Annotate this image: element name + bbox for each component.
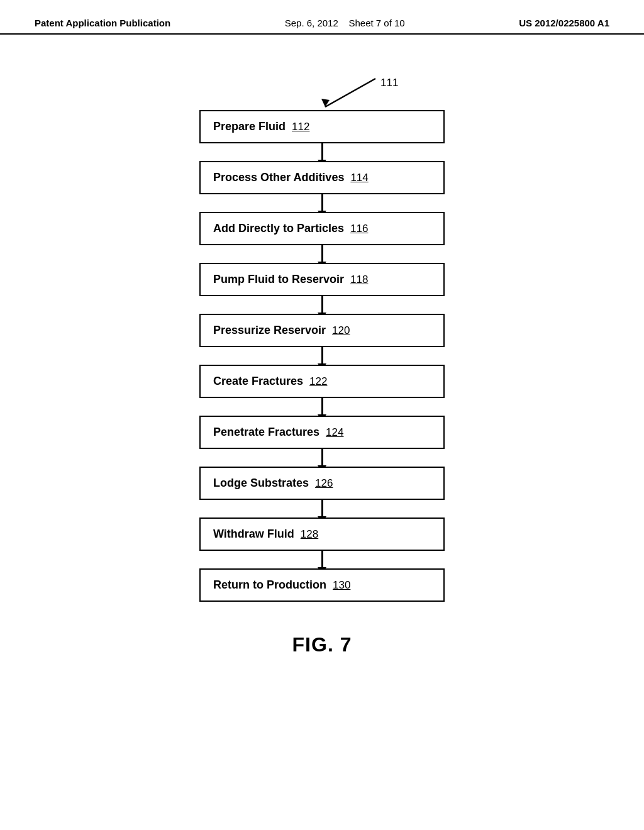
step-122-number: 122 [309,375,327,388]
header-sheet: Sheet 7 of 10 [348,18,404,28]
arrow-1 [321,194,323,212]
arrow-5 [321,398,323,416]
step-112-number: 112 [292,121,309,133]
header-right-text: US 2012/0225800 A1 [519,18,609,28]
step-120: Pressurize Reservoir120 [199,314,445,347]
arrow-7 [321,500,323,517]
header-left-text: Patent Application Publication [35,18,170,28]
svg-line-0 [325,79,375,107]
step-120-label: Pressurize Reservoir [213,324,326,337]
step-116-label: Add Directly to Particles [213,222,344,235]
step-116-number: 116 [350,223,368,235]
step-116: Add Directly to Particles116 [199,212,445,245]
step-124: Penetrate Fractures124 [199,416,445,449]
step-128: Withdraw Fluid128 [199,517,445,551]
entry-ref-label: 111 [380,77,398,89]
step-112-label: Prepare Fluid [213,120,286,133]
step-118-label: Pump Fluid to Reservoir [213,273,344,286]
step-130-label: Return to Production [213,578,326,592]
flow-steps-container: Prepare Fluid112Process Other Additives1… [196,110,448,602]
arrow-3 [321,296,323,314]
arrow-2 [321,245,323,263]
step-118-number: 118 [350,274,368,286]
step-118: Pump Fluid to Reservoir118 [199,263,445,296]
arrow-6 [321,449,323,467]
header-date: Sep. 6, 2012 [285,18,338,28]
page-header: Patent Application Publication Sep. 6, 2… [0,0,644,35]
step-112: Prepare Fluid112 [199,110,445,143]
header-center-text: Sep. 6, 2012 Sheet 7 of 10 [285,18,405,28]
step-114-number: 114 [350,172,368,184]
arrow-0 [321,143,323,161]
step-114-label: Process Other Additives [213,171,344,184]
step-126-label: Lodge Substrates [213,477,309,490]
step-130: Return to Production130 [199,568,445,602]
step-114: Process Other Additives114 [199,161,445,194]
step-124-number: 124 [326,426,343,439]
diagram-area: 111 Prepare Fluid112Process Other Additi… [0,35,644,602]
arrow-8 [321,551,323,568]
step-124-label: Penetrate Fractures [213,426,319,439]
figure-caption: FIG. 7 [0,633,644,656]
arrow-4 [321,347,323,365]
step-120-number: 120 [332,324,350,337]
step-126-number: 126 [315,477,333,490]
step-122-label: Create Fractures [213,375,303,388]
step-128-label: Withdraw Fluid [213,528,294,541]
step-130-number: 130 [333,579,350,592]
step-126: Lodge Substrates126 [199,467,445,500]
step-122: Create Fractures122 [199,365,445,398]
step-128-number: 128 [301,528,318,541]
entry-arrow-container: 111 [199,72,445,110]
